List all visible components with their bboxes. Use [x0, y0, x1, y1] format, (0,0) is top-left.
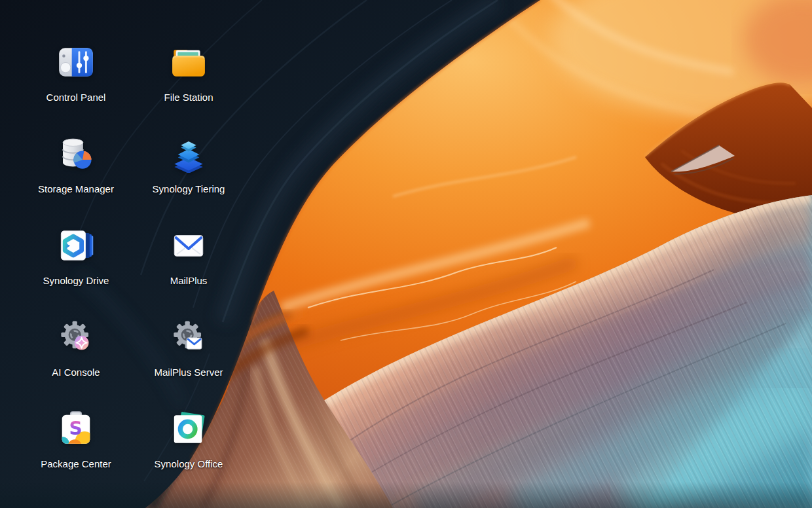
desktop-icon-synology-drive[interactable]: Synology Drive: [27, 227, 125, 287]
desktop-icon-synology-tiering[interactable]: Synology Tiering: [139, 135, 238, 195]
desktop-icon-mailplus-server[interactable]: MailPlus Server: [139, 318, 238, 378]
storage-manager-icon: [57, 135, 95, 173]
desktop-icon-control-panel[interactable]: Control Panel: [27, 43, 125, 103]
desktop-icon-ai-console[interactable]: AI Console: [27, 318, 125, 378]
desktop-icon-package-center[interactable]: S Package Center: [27, 410, 125, 470]
desktop-icon-label: File Station: [164, 92, 213, 103]
desktop-icon-label: Synology Tiering: [153, 183, 225, 195]
desktop-icon-label: Storage Manager: [38, 183, 114, 195]
desktop-icon-mailplus[interactable]: MailPlus: [139, 227, 238, 287]
desktop-icon-label: Package Center: [41, 458, 111, 470]
desktop-icon-synology-office[interactable]: Synology Office: [139, 410, 238, 470]
package-center-icon: S: [57, 410, 95, 448]
desktop: Control Panel File Station: [0, 0, 812, 508]
desktop-icon-label: AI Console: [52, 367, 100, 378]
svg-text:S: S: [69, 418, 82, 439]
desktop-icon-label: Synology Office: [155, 458, 223, 470]
desktop-icon-label: MailPlus: [170, 275, 208, 287]
desktop-icon-storage-manager[interactable]: Storage Manager: [27, 135, 125, 195]
desktop-icon-grid: Control Panel File Station: [0, 0, 812, 508]
control-panel-icon: [57, 43, 95, 81]
desktop-icon-file-station[interactable]: File Station: [139, 43, 238, 103]
synology-tiering-icon: [170, 135, 208, 173]
mailplus-server-icon: [170, 318, 208, 356]
desktop-icon-label: MailPlus Server: [154, 367, 223, 378]
file-station-icon: [170, 43, 208, 81]
ai-console-icon: [57, 318, 95, 356]
synology-drive-icon: [57, 227, 95, 264]
desktop-icon-label: Control Panel: [46, 92, 106, 103]
mailplus-icon: [170, 227, 208, 264]
desktop-icon-label: Synology Drive: [43, 275, 109, 287]
synology-office-icon: [170, 410, 208, 448]
